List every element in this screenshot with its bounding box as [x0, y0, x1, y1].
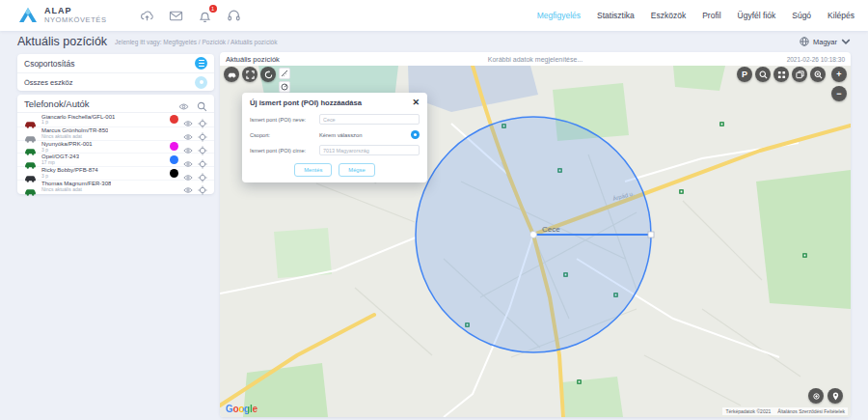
radius-resize-handle[interactable]	[648, 232, 654, 238]
nav-profil[interactable]: Profil	[702, 11, 720, 20]
car-icon	[24, 155, 37, 164]
page-title: Aktuális pozíciók	[17, 35, 107, 48]
nav-sugo[interactable]: Súgó	[792, 11, 811, 20]
device-status: Nincs aktuális adat	[41, 134, 108, 140]
map-layers-button[interactable]	[792, 67, 807, 82]
all-devices-row[interactable]: Összes eszköz	[17, 72, 214, 91]
locate-crosshair-icon[interactable]	[198, 115, 207, 125]
zoom-out-button[interactable]: −	[831, 86, 847, 101]
device-list-title: Telefonok/Autók	[24, 98, 90, 109]
nav-statisztika[interactable]: Statisztika	[597, 11, 635, 20]
map-timestamp: 2021-02-26 10:18:30	[787, 56, 845, 63]
device-row[interactable]: Marcus Grönholm/TR-850 Nincs aktuális ad…	[17, 126, 214, 140]
locate-crosshair-icon[interactable]	[198, 155, 207, 165]
eye-icon[interactable]	[183, 155, 193, 165]
zoom-in-button[interactable]: +	[831, 67, 847, 82]
eye-icon[interactable]	[183, 128, 193, 138]
eye-icon[interactable]	[183, 142, 193, 152]
history-refresh-button[interactable]	[260, 67, 276, 82]
measure-distance-tool[interactable]	[279, 68, 290, 79]
radio-dot-icon	[200, 80, 203, 84]
car-icon	[24, 129, 37, 138]
google-logo[interactable]: Google	[226, 404, 258, 414]
car-icon	[24, 142, 37, 151]
grouping-header[interactable]: Csoportosítás	[17, 54, 214, 72]
save-button[interactable]: Mentés	[294, 163, 332, 177]
nav-ugyfel-fiok[interactable]: Ügyfél fiók	[738, 11, 776, 20]
eye-icon[interactable]	[183, 182, 193, 191]
nav-kilepes[interactable]: Kilépés	[827, 11, 854, 20]
poi-name-input[interactable]	[319, 114, 420, 125]
my-location-button[interactable]	[808, 388, 824, 404]
draw-circle-tool[interactable]	[279, 81, 290, 93]
grouping-card: Csoportosítás Összes eszköz	[17, 54, 214, 91]
status-dot	[170, 142, 178, 151]
poi-address-label: Ismert pont (POI) címe:	[250, 148, 319, 154]
poi-name-label: Ismert pont (POI) neve:	[250, 117, 319, 123]
support-headset-icon[interactable]	[227, 9, 241, 23]
history-link[interactable]: Korábbi adatok megjelenítése...	[220, 56, 851, 63]
parking-button[interactable]: P	[737, 67, 752, 82]
map-panel-header: Aktuális pozíciók Korábbi adatok megjele…	[220, 52, 851, 66]
messages-icon[interactable]	[169, 9, 183, 23]
chevron-down-icon	[841, 37, 851, 46]
app-logo[interactable]: ALAP NYOMKÖVETÉS	[17, 7, 107, 24]
group-select[interactable]: Kérem válasszon	[319, 130, 420, 139]
top-header: ALAP NYOMKÖVETÉS 1	[0, 0, 868, 31]
globe-icon	[800, 37, 809, 46]
car-icon	[24, 169, 37, 178]
device-name: Nyunyóka/PRK-001	[41, 141, 93, 148]
device-row[interactable]: Nyunyóka/PRK-001 3 p	[17, 140, 214, 154]
all-devices-label: Összes eszköz	[24, 78, 72, 87]
device-status: Nincs aktuális adat	[41, 187, 111, 193]
drop-pin-button[interactable]	[827, 388, 843, 404]
area-zoom-button[interactable]	[810, 67, 826, 82]
nav-eszkozok[interactable]: Eszközök	[651, 11, 686, 20]
geofence-center-handle[interactable]	[530, 232, 537, 238]
status-dot	[170, 155, 178, 164]
vehicle-view-button[interactable]	[224, 67, 239, 82]
grouping-toggle-button[interactable]	[195, 57, 207, 70]
breadcrumb: Jelenleg itt vagy: Megfigyelés / Pozíció…	[115, 39, 277, 45]
status-dot	[170, 129, 178, 138]
all-devices-radio[interactable]	[195, 76, 207, 89]
close-icon[interactable]: ✕	[412, 98, 420, 107]
show-all-eye-icon[interactable]	[178, 98, 189, 109]
status-dot	[170, 115, 178, 124]
status-dot	[170, 169, 178, 178]
device-status: 3 p	[41, 174, 98, 180]
cancel-button[interactable]: Mégse	[339, 163, 374, 177]
car-icon	[24, 115, 37, 124]
status-dot	[170, 182, 178, 191]
add-poi-dialog: Új ismert pont (POI) hozzáadása ✕ Ismert…	[242, 93, 427, 182]
eye-icon[interactable]	[183, 169, 193, 179]
fullscreen-button[interactable]	[773, 67, 789, 82]
fit-bounds-button[interactable]	[242, 67, 258, 82]
locate-crosshair-icon[interactable]	[198, 182, 207, 191]
locate-crosshair-icon[interactable]	[198, 142, 207, 152]
cloud-upload-icon[interactable]	[140, 9, 154, 23]
device-status: 1 p	[41, 120, 115, 126]
breadcrumb-bar: Aktuális pozíciók Jelenleg itt vagy: Meg…	[0, 31, 868, 52]
locate-crosshair-icon[interactable]	[198, 169, 207, 179]
search-icon[interactable]	[197, 98, 207, 109]
device-status: 3 p	[41, 148, 93, 154]
device-list-header: Telefonok/Autók	[17, 95, 214, 113]
device-row[interactable]: Opel/OGT-243 17 mp	[17, 153, 214, 166]
locate-crosshair-icon[interactable]	[198, 128, 207, 138]
terms-link[interactable]: Általános Szerződési Feltételek	[777, 408, 845, 414]
device-row[interactable]: Giancarlo Fischella/GFL-001 1 p	[17, 113, 214, 126]
eye-icon[interactable]	[183, 115, 193, 125]
language-selector[interactable]: Magyar	[800, 37, 851, 46]
poi-address-input[interactable]	[319, 145, 420, 155]
group-add-radio-icon[interactable]	[411, 130, 420, 139]
brand-triangle-icon	[17, 7, 39, 24]
device-row[interactable]: Thomas Magnum/FER-308 Nincs aktuális ada…	[17, 180, 214, 193]
map-panel: Aktuális pozíciók Korábbi adatok megjele…	[220, 52, 851, 417]
device-status: 17 mp	[41, 160, 79, 166]
zoom-search-button[interactable]	[755, 67, 771, 82]
notifications-bell-icon[interactable]: 1	[198, 9, 212, 23]
map-canvas[interactable]: Árpád u. Cece P	[220, 66, 851, 417]
device-row[interactable]: Ricky Bobby/PFB-874 3 p	[17, 166, 214, 180]
nav-megfigyeles[interactable]: Megfigyelés	[537, 11, 581, 20]
